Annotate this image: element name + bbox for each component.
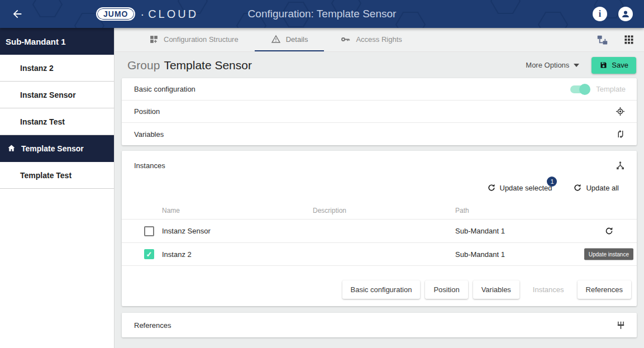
- table-header-row: Name Description Path: [122, 202, 637, 219]
- instances-card: Instances Update selected 1: [122, 151, 637, 306]
- cell-path: Sub-Mandant 1: [455, 250, 581, 259]
- column-header-path: Path: [455, 207, 581, 214]
- apps-grid-icon[interactable]: [624, 35, 634, 45]
- warning-triangle-icon: [271, 34, 281, 44]
- back-button[interactable]: [9, 6, 26, 22]
- person-glyph: [620, 8, 631, 20]
- template-toggle-group: Template: [570, 85, 626, 93]
- section-position[interactable]: Position: [122, 101, 637, 123]
- sidebar-item-label: Instanz Sensor: [20, 90, 76, 99]
- jump-button-references[interactable]: References: [578, 280, 631, 299]
- tab-label: Access Rights: [356, 35, 402, 44]
- table-row-instanz-sensor[interactable]: Instanz Sensor Sub-Mandant 1: [122, 219, 637, 242]
- section-label: Basic configuration: [134, 85, 195, 93]
- tree-view-icon[interactable]: [597, 34, 608, 46]
- template-toggle-label: Template: [596, 85, 626, 93]
- tab-label: Details: [286, 35, 308, 44]
- refresh-icon: [487, 183, 496, 192]
- update-actions-row: Update selected 1 Update all: [122, 183, 637, 192]
- cell-path: Sub-Mandant 1: [455, 227, 581, 235]
- column-header-name: Name: [162, 207, 313, 214]
- references-label: References: [134, 321, 171, 330]
- row-checkbox-checked[interactable]: ✓: [144, 249, 154, 259]
- tab-strip: Configuration Structure Details Access R…: [133, 28, 418, 51]
- sidebar-item-instanz-2[interactable]: Instanz 2: [0, 55, 114, 82]
- section-label: Variables: [134, 130, 164, 139]
- jump-button-instances: Instances: [524, 280, 573, 299]
- more-options-button[interactable]: More Options: [526, 61, 579, 69]
- input-composite-icon: [616, 321, 626, 330]
- tab-access-rights[interactable]: Access Rights: [324, 28, 418, 51]
- key-icon: [340, 34, 351, 45]
- section-jump-buttons: Basic configuration Position Variables I…: [122, 280, 637, 299]
- tab-toolbar: Configuration Structure Details Access R…: [115, 28, 644, 52]
- update-selected-button[interactable]: Update selected 1: [487, 183, 552, 192]
- row-checkbox-unchecked[interactable]: [144, 226, 154, 236]
- gps-fixed-icon: [615, 106, 626, 117]
- save-button[interactable]: Save: [591, 57, 636, 74]
- sidebar-item-instanz-sensor[interactable]: Instanz Sensor: [0, 82, 114, 108]
- sidebar-item-template-sensor[interactable]: Template Sensor: [0, 135, 114, 162]
- section-variables[interactable]: Variables: [122, 123, 637, 145]
- refresh-row-icon[interactable]: [604, 226, 614, 236]
- logo-separator: ·: [140, 8, 144, 21]
- sidebar-item-template-test[interactable]: Template Test: [0, 162, 114, 189]
- jump-button-variables[interactable]: Variables: [473, 280, 519, 299]
- section-basic-configuration[interactable]: Basic configuration Template: [122, 78, 637, 101]
- update-all-button[interactable]: Update all: [573, 183, 619, 192]
- save-floppy-icon: [599, 61, 608, 69]
- instances-header: Instances: [122, 151, 637, 172]
- toggle-knob: [579, 84, 590, 95]
- update-all-label: Update all: [586, 184, 619, 192]
- cell-name: Instanz Sensor: [162, 227, 313, 235]
- tab-label: Configuration Structure: [164, 35, 238, 44]
- sidebar: Sub-Mandant 1 Instanz 2 Instanz Sensor I…: [0, 28, 115, 348]
- template-toggle[interactable]: [570, 85, 589, 93]
- sidebar-item-label: Instanz Test: [20, 117, 65, 126]
- jump-button-basic-configuration[interactable]: Basic configuration: [342, 280, 421, 299]
- instances-label: Instances: [134, 161, 165, 170]
- selected-count-badge: 1: [547, 177, 557, 187]
- chevron-down-icon: [574, 64, 579, 67]
- entity-name: Template Sensor: [164, 59, 252, 72]
- tab-details[interactable]: Details: [255, 28, 325, 51]
- sidebar-item-instanz-test[interactable]: Instanz Test: [0, 108, 114, 135]
- main-content: Configuration Structure Details Access R…: [115, 28, 644, 348]
- sidebar-header-mandant: Sub-Mandant 1: [0, 28, 114, 55]
- save-label: Save: [612, 61, 628, 69]
- tab-configuration-structure[interactable]: Configuration Structure: [133, 28, 255, 51]
- page-header-row: Group Template Sensor More Options Save: [115, 52, 644, 78]
- back-arrow-icon: [11, 8, 23, 20]
- sidebar-item-label: Template Sensor: [21, 144, 84, 153]
- sidebar-item-label: Template Test: [20, 171, 71, 180]
- section-label: Position: [134, 107, 160, 116]
- cloud-logo: CLOUD: [148, 8, 198, 21]
- home-icon: [7, 144, 16, 153]
- refresh-icon: [573, 183, 582, 192]
- device-hub-icon[interactable]: [615, 160, 626, 171]
- page-title: Configuration: Template Sensor: [248, 8, 397, 20]
- jump-button-position[interactable]: Position: [425, 280, 468, 299]
- cell-name: Instanz 2: [162, 250, 313, 259]
- top-app-bar: JUMO · CLOUD Configuration: Template Sen…: [0, 0, 644, 28]
- instances-table: Name Description Path Instanz Sensor Sub…: [122, 202, 637, 266]
- settings-accordion-card: Basic configuration Template Position Va…: [122, 78, 637, 145]
- jumo-logo: JUMO: [96, 7, 135, 21]
- account-icon[interactable]: [618, 7, 633, 21]
- toolbar-right-icons: [597, 28, 634, 51]
- table-row-instanz-2[interactable]: ✓ Instanz 2 Sub-Mandant 1 Update instanc…: [122, 242, 637, 266]
- entity-type-label: Group: [127, 59, 160, 72]
- update-instance-tooltip: Update instance: [584, 249, 633, 260]
- references-card[interactable]: References: [122, 313, 637, 337]
- update-selected-label: Update selected: [500, 184, 552, 192]
- grid-plus-icon: [149, 35, 159, 44]
- column-header-description: Description: [313, 207, 455, 214]
- brand-logo: JUMO · CLOUD: [96, 7, 198, 21]
- swap-curves-icon: [616, 129, 626, 139]
- sidebar-item-label: Instanz 2: [20, 64, 54, 73]
- page-header-actions: More Options Save: [526, 57, 636, 74]
- info-icon[interactable]: i: [593, 7, 607, 21]
- topbar-actions: i: [593, 7, 633, 21]
- more-options-label: More Options: [526, 61, 569, 69]
